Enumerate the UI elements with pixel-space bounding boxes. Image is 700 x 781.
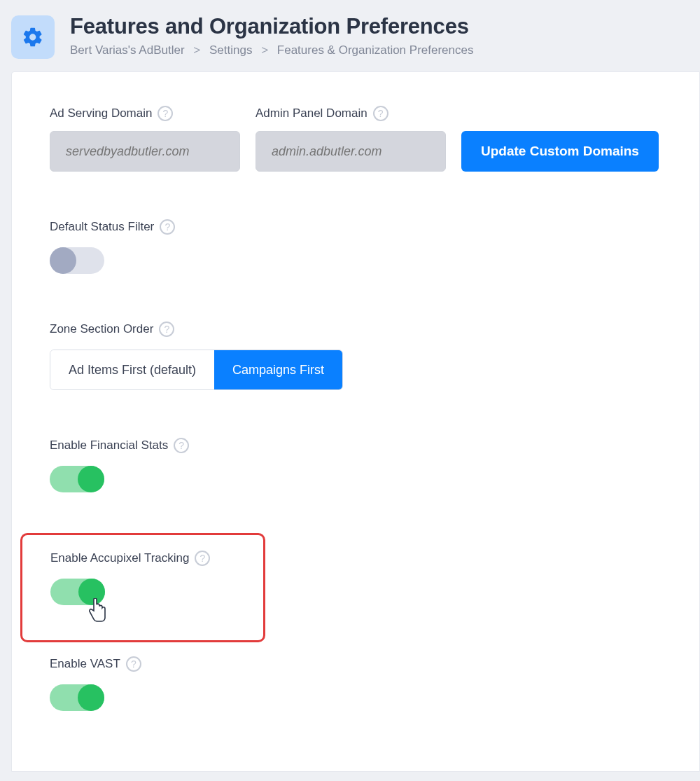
breadcrumb-sep: > (193, 43, 200, 57)
default-status-filter-toggle[interactable] (50, 247, 104, 274)
help-icon[interactable]: ? (158, 106, 173, 121)
enable-accupixel-label: Enable Accupixel Tracking (50, 551, 189, 565)
toggle-knob (78, 466, 104, 492)
ad-serving-domain-label: Ad Serving Domain (50, 106, 152, 120)
enable-vast-label: Enable VAST (50, 657, 120, 671)
toggle-knob (78, 684, 104, 711)
zone-section-order-label: Zone Section Order (50, 322, 153, 336)
default-status-filter-label: Default Status Filter (50, 220, 154, 234)
help-icon[interactable]: ? (126, 656, 141, 672)
ad-serving-domain-input[interactable] (50, 131, 240, 172)
breadcrumb-sep: > (261, 43, 268, 57)
enable-financial-stats-toggle[interactable] (50, 466, 104, 492)
update-custom-domains-button[interactable]: Update Custom Domains (461, 131, 659, 172)
enable-accupixel-toggle[interactable] (50, 579, 105, 605)
gear-icon (11, 15, 55, 59)
enable-vast-toggle[interactable] (50, 684, 104, 711)
breadcrumb: Bert Varias's AdButler > Settings > Feat… (70, 43, 473, 57)
accupixel-highlight: Enable Accupixel Tracking ? (20, 533, 265, 642)
zone-order-campaigns-first[interactable]: Campaigns First (214, 350, 342, 389)
page-title: Features and Organization Preferences (70, 14, 473, 39)
toggle-knob (78, 579, 105, 605)
admin-panel-domain-input[interactable] (255, 131, 446, 172)
breadcrumb-part[interactable]: Settings (209, 43, 252, 57)
breadcrumb-part[interactable]: Bert Varias's AdButler (70, 43, 185, 57)
enable-financial-stats-label: Enable Financial Stats (50, 438, 168, 452)
help-icon[interactable]: ? (195, 551, 210, 566)
settings-card: Ad Serving Domain ? Admin Panel Domain ?… (11, 71, 700, 772)
admin-panel-domain-label: Admin Panel Domain (255, 106, 368, 120)
help-icon[interactable]: ? (373, 106, 388, 121)
help-icon[interactable]: ? (160, 219, 175, 235)
help-icon[interactable]: ? (159, 322, 174, 337)
toggle-knob (50, 247, 76, 274)
breadcrumb-part: Features & Organization Preferences (277, 43, 474, 57)
zone-order-ad-items-first[interactable]: Ad Items First (default) (50, 350, 214, 389)
help-icon[interactable]: ? (174, 438, 189, 453)
zone-section-order-segmented: Ad Items First (default) Campaigns First (50, 350, 343, 390)
